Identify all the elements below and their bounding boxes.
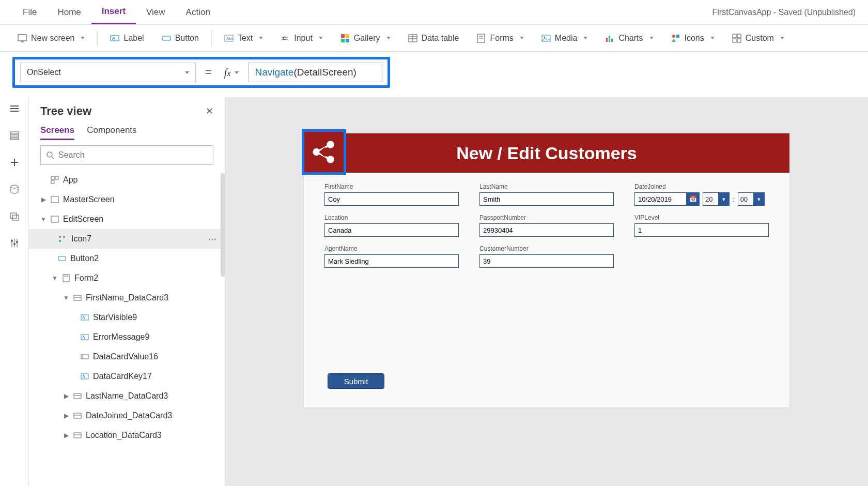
menu-home[interactable]: Home (47, 1, 91, 24)
svg-line-50 (52, 157, 54, 159)
ribbon-text[interactable]: Abc Text (217, 31, 270, 46)
input-location[interactable] (324, 223, 459, 237)
input-vip[interactable] (634, 223, 769, 237)
field-agent: AgentName (324, 245, 459, 268)
ribbon-icons[interactable]: Icons (664, 31, 722, 46)
tree-node-masterscreen[interactable]: ▶ MasterScreen (29, 190, 225, 209)
back-icon-selection[interactable] (302, 129, 346, 175)
equals-sign: = (202, 66, 215, 79)
svg-point-25 (672, 35, 675, 38)
input-date[interactable] (634, 192, 686, 206)
tab-components[interactable]: Components (87, 125, 136, 140)
svg-rect-28 (733, 34, 736, 38)
top-menu: File Home Insert View Action FirstCanvas… (0, 0, 868, 25)
input-passport[interactable] (479, 223, 614, 237)
svg-rect-9 (341, 34, 345, 38)
canvas: New / Edit Customers FirstName LastName … (225, 97, 868, 486)
media-panel-icon[interactable] (8, 210, 21, 222)
menu-insert[interactable]: Insert (91, 0, 136, 24)
gallery-icon (340, 34, 350, 43)
hamburger-icon[interactable] (8, 102, 21, 115)
tree-tabs: Screens Components (29, 122, 225, 145)
field-lastname: LastName (479, 183, 614, 206)
ribbon-label[interactable]: Label (103, 31, 151, 46)
select-hour[interactable]: 20▾ (703, 192, 730, 206)
svg-rect-3 (162, 36, 171, 40)
ribbon-gallery[interactable]: Gallery (333, 31, 398, 46)
ribbon-custom[interactable]: Custom (725, 31, 792, 46)
menu-action[interactable]: Action (176, 1, 221, 24)
tab-screens[interactable]: Screens (40, 125, 74, 140)
tree-node-app[interactable]: App (29, 170, 225, 190)
svg-rect-59 (58, 256, 66, 261)
label-control-icon (81, 313, 89, 322)
tree-node-form2[interactable]: ▼ Form2 (29, 268, 225, 288)
scrollbar-thumb[interactable] (221, 173, 225, 277)
tree-node-datejoined-dc[interactable]: ▶ DateJoined_DataCard3 (29, 406, 225, 426)
tree-node-errormessage9[interactable]: ErrorMessage9 (29, 327, 225, 347)
property-selector[interactable]: OnSelect (20, 63, 196, 82)
icon-control-icon (58, 235, 67, 243)
label-passport: PassportNumber (479, 214, 614, 221)
input-lastname[interactable] (479, 192, 614, 206)
app-screen[interactable]: New / Edit Customers FirstName LastName … (304, 133, 789, 407)
svg-rect-29 (737, 34, 741, 38)
formula-input[interactable]: Navigate(DetailScreen) (248, 63, 382, 82)
data-table-icon (408, 34, 417, 43)
button-control-icon (58, 254, 66, 263)
svg-rect-11 (341, 39, 345, 42)
button-icon (162, 34, 171, 43)
datacard-icon (73, 392, 82, 400)
tree-node-editscreen[interactable]: ▼ EditScreen (29, 209, 225, 229)
tree-view-icon[interactable] (8, 129, 21, 142)
calendar-icon[interactable]: 📅 (686, 192, 700, 206)
ribbon-new-screen[interactable]: New screen (10, 31, 92, 46)
menu-view[interactable]: View (136, 1, 176, 24)
tree-node-icon7[interactable]: Icon7 ⋯ (29, 229, 225, 249)
ribbon-media[interactable]: Media (534, 31, 595, 46)
fx-button[interactable]: fx (221, 67, 242, 79)
forms-icon (476, 34, 486, 43)
input-firstname[interactable] (324, 192, 459, 206)
ribbon-button[interactable]: Button (154, 31, 206, 46)
tree-node-lastname-dc[interactable]: ▶ LastName_DataCard3 (29, 386, 225, 406)
formula-bar: OnSelect = fx Navigate(DetailScreen) (0, 52, 868, 97)
ribbon-charts[interactable]: Charts (598, 31, 660, 46)
svg-rect-41 (10, 213, 17, 218)
ribbon-input[interactable]: Input (273, 31, 330, 46)
close-icon[interactable]: ✕ (206, 105, 213, 117)
input-agent[interactable] (324, 254, 459, 268)
svg-rect-58 (59, 240, 61, 242)
data-icon[interactable] (8, 183, 21, 195)
svg-rect-35 (10, 132, 19, 134)
input-custnum[interactable] (479, 254, 614, 268)
tree-list: App ▶ MasterScreen ▼ EditScreen Icon7 ⋯ … (29, 170, 225, 486)
svg-rect-31 (737, 39, 741, 42)
submit-button[interactable]: Submit (328, 373, 384, 389)
svg-rect-65 (81, 335, 88, 340)
advanced-icon[interactable] (8, 237, 21, 249)
label-icon (110, 34, 119, 43)
tree-node-firstname-dc[interactable]: ▼ FirstName_DataCard3 (29, 288, 225, 308)
select-minute[interactable]: 00▾ (738, 192, 765, 206)
datepicker[interactable]: 📅 (634, 192, 700, 206)
tree-search[interactable] (40, 145, 213, 165)
svg-rect-54 (51, 196, 58, 203)
field-datejoined: DateJoined 📅 20▾ : 00▾ (634, 183, 769, 206)
tree-node-datacardvalue16[interactable]: DataCardValue16 (29, 347, 225, 367)
ribbon-forms[interactable]: Forms (469, 31, 531, 46)
field-custnum: CustomerNumber (479, 245, 614, 268)
svg-rect-24 (611, 39, 613, 42)
tree-node-starvisible9[interactable]: StarVisible9 (29, 308, 225, 327)
tree-node-location-dc[interactable]: ▶ Location_DataCard3 (29, 426, 225, 445)
tree-node-datacardkey17[interactable]: DataCardKey17 (29, 367, 225, 386)
tree-node-button2[interactable]: Button2 (29, 249, 225, 268)
svg-rect-0 (18, 35, 26, 41)
search-input[interactable] (58, 150, 208, 160)
add-icon[interactable] (8, 156, 21, 169)
svg-rect-60 (63, 275, 69, 282)
svg-rect-73 (74, 433, 81, 438)
svg-point-77 (313, 148, 320, 156)
ribbon-data-table[interactable]: Data table (401, 31, 467, 46)
menu-file[interactable]: File (12, 1, 47, 24)
